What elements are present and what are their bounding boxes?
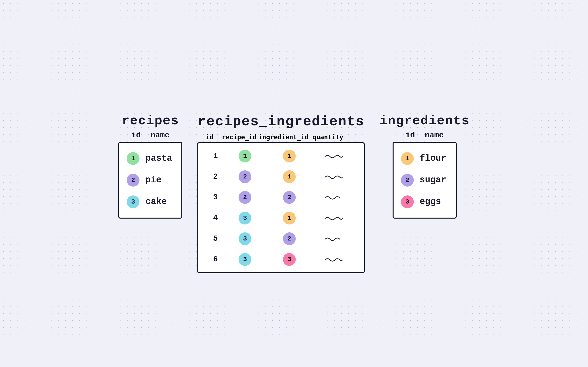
- jcol-recipe: recipe_id: [219, 133, 259, 141]
- jrow6-ingredient-badge: 3: [283, 253, 296, 266]
- ingredients-name-3: eggs: [420, 197, 441, 207]
- ingredients-name-2: sugar: [420, 175, 446, 185]
- jrow1-id: 1: [213, 151, 218, 160]
- jrow6-recipe-badge: 3: [239, 253, 251, 266]
- recipes-table-box: 1 pasta 2 pie 3 cake: [118, 142, 182, 219]
- recipes-badge-2: 2: [127, 174, 139, 187]
- jrow4-id: 4: [213, 213, 218, 223]
- ingredients-col-id: id: [405, 131, 415, 140]
- jcol-ingredient: ingredient_id: [259, 133, 308, 141]
- recipes-title: recipes: [122, 114, 179, 128]
- recipes-name-1: pasta: [145, 153, 172, 163]
- ingredients-row-2: 2 sugar: [401, 169, 448, 191]
- jrow3-recipe-badge: 2: [239, 191, 251, 204]
- jrow3-quantity: [324, 194, 344, 200]
- recipes-row-3: 3 cake: [127, 191, 174, 213]
- recipes-col-id: id: [131, 131, 141, 140]
- ingredients-col-name: name: [425, 131, 444, 140]
- jrow4-quantity: [324, 215, 344, 221]
- junction-row-6: 6 3 3: [206, 249, 356, 270]
- recipes-columns: id name: [131, 131, 170, 140]
- jrow6-quantity: [324, 256, 344, 262]
- recipes-row-1: 1 pasta: [127, 148, 174, 169]
- junction-row-5: 5 3 2: [206, 228, 356, 249]
- ingredients-row-3: 3 eggs: [401, 191, 448, 213]
- ingredients-badge-2: 2: [401, 174, 414, 187]
- recipes-name-3: cake: [145, 197, 167, 207]
- recipes-row-2: 2 pie: [127, 169, 174, 191]
- jrow5-ingredient-badge: 2: [283, 232, 296, 245]
- recipes-badge-1: 1: [127, 152, 139, 165]
- jrow5-recipe-badge: 3: [239, 232, 251, 245]
- jrow5-id: 5: [213, 234, 218, 243]
- jrow1-quantity: [324, 153, 344, 159]
- recipes-badge-3: 3: [127, 195, 139, 208]
- ingredients-columns: id name: [405, 131, 444, 140]
- ingredients-badge-3: 3: [401, 195, 414, 208]
- jrow3-id: 3: [213, 193, 218, 202]
- jrow2-id: 2: [213, 172, 218, 181]
- jrow1-recipe-badge: 1: [239, 150, 251, 162]
- junction-row-4: 4 3 1: [206, 208, 356, 228]
- jrow2-quantity: [324, 174, 344, 180]
- recipes-col-name: name: [151, 131, 170, 140]
- ingredients-row-1: 1 flour: [401, 148, 448, 169]
- ingredients-name-1: flour: [420, 153, 446, 163]
- jrow5-quantity: [324, 236, 344, 242]
- junction-table-box: 1 1 1 2 2 1: [197, 142, 365, 273]
- junction-row-1: 1 1 1: [206, 146, 356, 166]
- jcol-id: id: [200, 133, 219, 141]
- jrow2-recipe-badge: 2: [239, 170, 251, 183]
- jcol-quantity: quantity: [308, 133, 347, 141]
- junction-title: recipes_ingredients: [198, 114, 364, 129]
- jrow4-ingredient-badge: 1: [283, 212, 296, 224]
- jrow4-recipe-badge: 3: [239, 212, 251, 224]
- junction-section: recipes_ingredients id recipe_id ingredi…: [197, 114, 365, 273]
- junction-row-2: 2 2 1: [206, 166, 356, 187]
- page-container: recipes id name 1 pasta 2 pie 3 cake: [10, 10, 578, 367]
- recipes-name-2: pie: [145, 175, 161, 185]
- jrow2-ingredient-badge: 1: [283, 170, 296, 183]
- ingredients-badge-1: 1: [401, 152, 414, 165]
- ingredients-title: ingredients: [380, 114, 469, 128]
- jrow3-ingredient-badge: 2: [283, 191, 296, 204]
- main-layout: recipes id name 1 pasta 2 pie 3 cake: [10, 99, 578, 288]
- ingredients-table-box: 1 flour 2 sugar 3 eggs: [393, 142, 457, 219]
- ingredients-section: ingredients id name 1 flour 2 sugar 3 eg…: [380, 114, 469, 219]
- junction-row-3: 3 2 2: [206, 187, 356, 208]
- jrow1-ingredient-badge: 1: [283, 150, 296, 162]
- jrow6-id: 6: [213, 255, 218, 264]
- recipes-section: recipes id name 1 pasta 2 pie 3 cake: [118, 114, 182, 219]
